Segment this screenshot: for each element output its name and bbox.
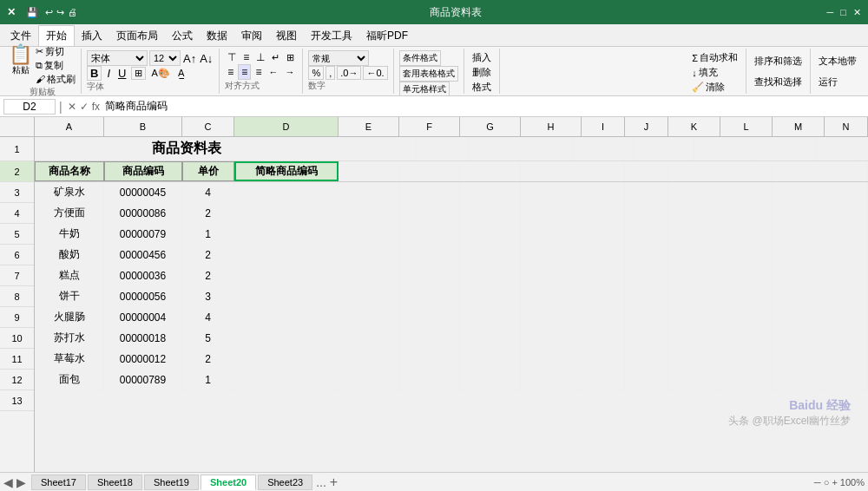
comma-btn[interactable]: , bbox=[326, 66, 335, 80]
cell-G5[interactable] bbox=[460, 224, 521, 244]
cell-H3[interactable] bbox=[521, 182, 582, 202]
print-btn[interactable]: 🖨 bbox=[68, 7, 77, 17]
cell-G8[interactable] bbox=[460, 286, 521, 306]
formula-input[interactable] bbox=[102, 100, 865, 114]
menu-tab-view[interactable]: 视图 bbox=[269, 26, 304, 46]
cell-i1[interactable] bbox=[816, 137, 859, 160]
cell-F3[interactable] bbox=[399, 182, 460, 202]
cell-F10[interactable] bbox=[399, 328, 460, 348]
row-header-11[interactable]: 11 bbox=[0, 349, 34, 370]
col-header-m[interactable]: M bbox=[773, 117, 825, 136]
cell-N5[interactable] bbox=[825, 224, 868, 244]
cell-c1[interactable] bbox=[417, 137, 469, 160]
cell-I3[interactable] bbox=[582, 182, 625, 202]
sheet-tab-sheet18[interactable]: Sheet18 bbox=[88, 475, 142, 490]
font-color-btn[interactable]: A̲ bbox=[175, 68, 187, 79]
cell-C6[interactable]: 2 bbox=[182, 245, 234, 265]
row-header-7[interactable]: 7 bbox=[0, 265, 34, 286]
insert-function-btn[interactable]: fx bbox=[92, 101, 100, 113]
percent-btn[interactable]: % bbox=[308, 66, 324, 80]
cell-K4[interactable] bbox=[668, 203, 720, 223]
cell-C7[interactable]: 2 bbox=[182, 265, 234, 285]
menu-tab-pdf[interactable]: 福昕PDF bbox=[359, 26, 415, 46]
cell-D4[interactable] bbox=[234, 203, 339, 223]
cell-M11[interactable] bbox=[773, 349, 825, 369]
sum-btn[interactable]: Σ 自动求和 bbox=[689, 50, 740, 65]
cell-B11[interactable]: 00000012 bbox=[104, 349, 182, 369]
cell-b1[interactable] bbox=[339, 137, 417, 160]
wrap-text-btn[interactable]: ↵ bbox=[269, 51, 282, 64]
row-header-4[interactable]: 4 bbox=[0, 203, 34, 224]
border-btn[interactable]: ⊞ bbox=[131, 67, 146, 80]
cell-N3[interactable] bbox=[825, 182, 868, 202]
bold-btn[interactable]: B bbox=[87, 66, 102, 81]
format-cell-btn[interactable]: 格式 bbox=[470, 80, 494, 95]
cell-J4[interactable] bbox=[625, 203, 668, 223]
cell-L7[interactable] bbox=[720, 265, 773, 285]
cell-C5[interactable]: 1 bbox=[182, 224, 234, 244]
align-center-btn[interactable]: ≡ bbox=[238, 64, 251, 80]
cancel-formula-btn[interactable]: ✕ bbox=[68, 101, 76, 113]
cell-M3[interactable] bbox=[773, 182, 825, 202]
col-header-e[interactable]: E bbox=[339, 117, 399, 136]
cell-L10[interactable] bbox=[720, 328, 773, 348]
copy-btn[interactable]: ⧉ 复制 bbox=[36, 59, 76, 72]
cell-L3[interactable] bbox=[720, 182, 773, 202]
cell-e2[interactable] bbox=[339, 161, 399, 181]
menu-tab-dev[interactable]: 开发工具 bbox=[304, 26, 359, 46]
cell-N10[interactable] bbox=[825, 328, 868, 348]
menu-tab-layout[interactable]: 页面布局 bbox=[109, 26, 165, 46]
cell-K12[interactable] bbox=[668, 370, 720, 390]
cell-L6[interactable] bbox=[720, 245, 773, 265]
menu-tab-insert[interactable]: 插入 bbox=[75, 26, 109, 46]
cell-d2[interactable]: 简略商品编码 bbox=[234, 161, 339, 181]
format-as-table-btn[interactable]: 套用表格格式 bbox=[399, 66, 458, 82]
cell-c2[interactable]: 单价 bbox=[182, 161, 234, 181]
cell-C4[interactable]: 2 bbox=[182, 203, 234, 223]
fill-btn[interactable]: ↓ 填充 bbox=[689, 65, 740, 80]
cell-a1[interactable]: 商品资料表 bbox=[35, 137, 339, 160]
undo-btn[interactable]: ↩ bbox=[45, 7, 53, 18]
cell-G3[interactable] bbox=[460, 182, 521, 202]
font-family-select[interactable]: 宋体 bbox=[87, 50, 148, 66]
cell-B4[interactable]: 00000086 bbox=[104, 203, 182, 223]
cell-E12[interactable] bbox=[339, 370, 399, 390]
row-header-10[interactable]: 10 bbox=[0, 328, 34, 349]
cell-E10[interactable] bbox=[339, 328, 399, 348]
cell-H4[interactable] bbox=[521, 203, 582, 223]
cell-H10[interactable] bbox=[521, 328, 582, 348]
cell-H5[interactable] bbox=[521, 224, 582, 244]
cell-K8[interactable] bbox=[668, 286, 720, 306]
cell-F9[interactable] bbox=[399, 307, 460, 327]
format-painter-btn[interactable]: 🖌 格式刷 bbox=[36, 73, 76, 86]
cell-F5[interactable] bbox=[399, 224, 460, 244]
sheet-tab-sheet19[interactable]: Sheet19 bbox=[144, 475, 199, 490]
cell-D6[interactable] bbox=[234, 245, 339, 265]
cell-N4[interactable] bbox=[825, 203, 868, 223]
cell-E8[interactable] bbox=[339, 286, 399, 306]
cell-g2[interactable] bbox=[460, 161, 521, 181]
col-header-j[interactable]: J bbox=[625, 117, 668, 136]
cell-E7[interactable] bbox=[339, 265, 399, 285]
cell-J10[interactable] bbox=[625, 328, 668, 348]
cell-A5[interactable]: 牛奶 bbox=[35, 224, 104, 244]
row-header-5[interactable]: 5 bbox=[0, 224, 34, 245]
cell-L12[interactable] bbox=[720, 370, 773, 390]
col-header-g[interactable]: G bbox=[460, 117, 521, 136]
cell-H8[interactable] bbox=[521, 286, 582, 306]
cell-L5[interactable] bbox=[720, 224, 773, 244]
cell-J11[interactable] bbox=[625, 349, 668, 369]
conditional-format-btn[interactable]: 条件格式 bbox=[399, 50, 441, 66]
cell-D3[interactable] bbox=[234, 182, 339, 202]
cell-C11[interactable]: 2 bbox=[182, 349, 234, 369]
close-btn[interactable]: ✕ bbox=[853, 7, 861, 18]
name-box[interactable] bbox=[3, 99, 56, 115]
maximize-btn[interactable]: □ bbox=[840, 7, 846, 17]
row-header-1[interactable]: 1 bbox=[0, 137, 34, 161]
col-header-f[interactable]: F bbox=[399, 117, 460, 136]
underline-btn[interactable]: U bbox=[115, 67, 128, 80]
menu-tab-formula[interactable]: 公式 bbox=[165, 26, 200, 46]
cell-A6[interactable]: 酸奶 bbox=[35, 245, 104, 265]
cell-A7[interactable]: 糕点 bbox=[35, 265, 104, 285]
cell-E4[interactable] bbox=[339, 203, 399, 223]
